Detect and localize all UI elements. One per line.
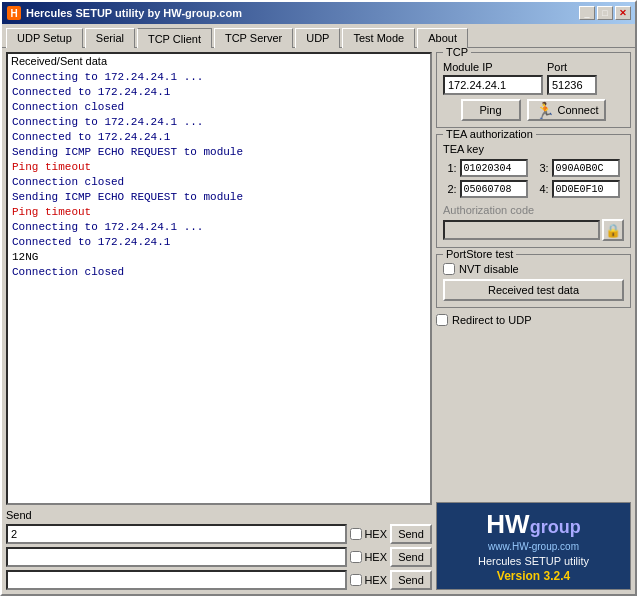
log-line: Connection closed bbox=[12, 265, 426, 280]
log-line: Connected to 172.24.24.1 bbox=[12, 85, 426, 100]
tea-num-3: 3: bbox=[535, 162, 549, 174]
send-input-1[interactable] bbox=[6, 524, 347, 544]
lock-icon: 🔒 bbox=[605, 223, 621, 238]
tea-input-4[interactable] bbox=[552, 180, 620, 198]
tcp-group: TCP Module IP Port Ping 🏃 Connect bbox=[436, 52, 631, 128]
tab-udp[interactable]: UDP bbox=[295, 28, 340, 48]
tcp-group-title: TCP bbox=[443, 48, 471, 58]
ping-button[interactable]: Ping bbox=[461, 99, 521, 121]
log-line: Connected to 172.24.24.1 bbox=[12, 130, 426, 145]
log-line: Connecting to 172.24.24.1 ... bbox=[12, 220, 426, 235]
tea-num-2: 2: bbox=[443, 183, 457, 195]
hex-check-2[interactable] bbox=[350, 551, 362, 563]
hex-label-1: HEX bbox=[364, 528, 387, 540]
portstore-group-title: PortStore test bbox=[443, 248, 516, 260]
tcp-fields: Module IP Port bbox=[443, 61, 624, 95]
connect-icon: 🏃 bbox=[535, 101, 555, 120]
tcp-buttons: Ping 🏃 Connect bbox=[443, 99, 624, 121]
auth-row: 🔒 bbox=[443, 219, 624, 241]
left-panel: Received/Sent data Connecting to 172.24.… bbox=[6, 52, 432, 590]
send-label: Send bbox=[6, 509, 432, 521]
hw-url: www.HW-group.com bbox=[488, 541, 579, 552]
tea-input-2[interactable] bbox=[460, 180, 528, 198]
hw-product: Hercules SETUP utility bbox=[478, 555, 589, 567]
right-panel: TCP Module IP Port Ping 🏃 Connect bbox=[436, 52, 631, 590]
port-label: Port bbox=[547, 61, 597, 73]
auth-input[interactable] bbox=[443, 220, 600, 240]
log-line: 12NG bbox=[12, 250, 426, 265]
tab-test-mode[interactable]: Test Mode bbox=[342, 28, 415, 48]
send-button-2[interactable]: Send bbox=[390, 547, 432, 567]
tea-num-1: 1: bbox=[443, 162, 457, 174]
tea-num-4: 4: bbox=[535, 183, 549, 195]
hex-check-3[interactable] bbox=[350, 574, 362, 586]
close-button[interactable]: ✕ bbox=[615, 6, 631, 20]
hex-checkbox-3[interactable]: HEX bbox=[350, 574, 387, 586]
port-input[interactable] bbox=[547, 75, 597, 95]
tab-serial[interactable]: Serial bbox=[85, 28, 135, 48]
tea-input-1[interactable] bbox=[460, 159, 528, 177]
hw-text: HW bbox=[486, 509, 529, 540]
tab-udp-setup[interactable]: UDP Setup bbox=[6, 28, 83, 48]
window-controls: _ □ ✕ bbox=[579, 6, 631, 20]
log-line: Ping timeout bbox=[12, 205, 426, 220]
auth-code-label: Authorization code bbox=[443, 204, 624, 216]
redirect-row: Redirect to UDP bbox=[436, 314, 631, 326]
hex-label-3: HEX bbox=[364, 574, 387, 586]
ip-input[interactable] bbox=[443, 75, 543, 95]
hex-label-2: HEX bbox=[364, 551, 387, 563]
minimize-button[interactable]: _ bbox=[579, 6, 595, 20]
svg-text:H: H bbox=[10, 8, 17, 19]
send-button-1[interactable]: Send bbox=[390, 524, 432, 544]
log-area[interactable]: Connecting to 172.24.24.1 ...Connected t… bbox=[8, 68, 430, 503]
nvt-checkbox[interactable] bbox=[443, 263, 455, 275]
send-button-3[interactable]: Send bbox=[390, 570, 432, 590]
log-line: Connection closed bbox=[12, 175, 426, 190]
app-icon: H bbox=[6, 5, 22, 21]
log-line: Sending ICMP ECHO REQUEST to module bbox=[12, 145, 426, 160]
send-row-1: HEX Send bbox=[6, 524, 432, 544]
tea-input-3[interactable] bbox=[552, 159, 620, 177]
title-bar: H Hercules SETUP utility by HW-group.com… bbox=[2, 2, 635, 24]
redirect-label: Redirect to UDP bbox=[452, 314, 531, 326]
tea-group: TEA authorization TEA key 1: 3: 2: 4: Au… bbox=[436, 134, 631, 248]
hwgroup-box: HW group www.HW-group.com Hercules SETUP… bbox=[436, 502, 631, 590]
connect-button[interactable]: 🏃 Connect bbox=[527, 99, 607, 121]
redirect-checkbox[interactable] bbox=[436, 314, 448, 326]
tea-key-label: TEA key bbox=[443, 143, 624, 155]
window-title: Hercules SETUP utility by HW-group.com bbox=[26, 7, 579, 19]
tab-about[interactable]: About bbox=[417, 28, 468, 48]
send-input-3[interactable] bbox=[6, 570, 347, 590]
hex-check-1[interactable] bbox=[350, 528, 362, 540]
ip-field-group: Module IP bbox=[443, 61, 543, 95]
log-line: Connection closed bbox=[12, 100, 426, 115]
hex-checkbox-2[interactable]: HEX bbox=[350, 551, 387, 563]
port-field-group: Port bbox=[547, 61, 597, 95]
nvt-row: NVT disable bbox=[443, 263, 624, 275]
tab-bar: UDP Setup Serial TCP Client TCP Server U… bbox=[2, 24, 635, 48]
maximize-button[interactable]: □ bbox=[597, 6, 613, 20]
tab-tcp-client[interactable]: TCP Client bbox=[137, 28, 212, 48]
hex-checkbox-1[interactable]: HEX bbox=[350, 528, 387, 540]
ip-label: Module IP bbox=[443, 61, 543, 73]
connect-label: Connect bbox=[558, 104, 599, 116]
main-content: Received/Sent data Connecting to 172.24.… bbox=[2, 48, 635, 594]
send-row-2: HEX Send bbox=[6, 547, 432, 567]
hw-logo: HW group bbox=[486, 509, 580, 540]
tea-grid: 1: 3: 2: 4: bbox=[443, 159, 624, 198]
lock-button[interactable]: 🔒 bbox=[602, 219, 624, 241]
main-window: H Hercules SETUP utility by HW-group.com… bbox=[0, 0, 637, 596]
portstore-group: PortStore test NVT disable Received test… bbox=[436, 254, 631, 308]
log-line: Connecting to 172.24.24.1 ... bbox=[12, 70, 426, 85]
send-input-2[interactable] bbox=[6, 547, 347, 567]
send-row-3: HEX Send bbox=[6, 570, 432, 590]
tea-group-title: TEA authorization bbox=[443, 128, 536, 140]
group-text: group bbox=[530, 517, 581, 538]
received-test-button[interactable]: Received test data bbox=[443, 279, 624, 301]
tab-tcp-server[interactable]: TCP Server bbox=[214, 28, 293, 48]
log-line: Connected to 172.24.24.1 bbox=[12, 235, 426, 250]
nvt-label: NVT disable bbox=[459, 263, 519, 275]
log-line: Connecting to 172.24.24.1 ... bbox=[12, 115, 426, 130]
log-line: Sending ICMP ECHO REQUEST to module bbox=[12, 190, 426, 205]
log-container: Received/Sent data Connecting to 172.24.… bbox=[6, 52, 432, 505]
